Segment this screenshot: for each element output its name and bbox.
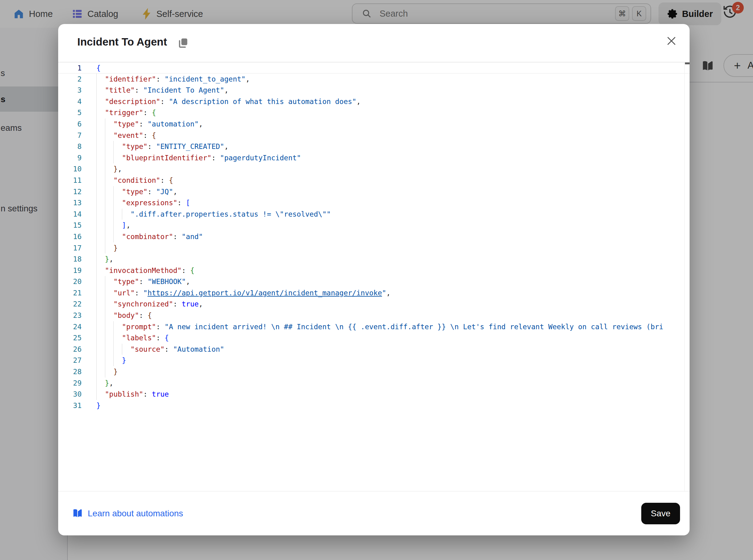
code-line-content: "type": "ENTITY_CREATED",: [96, 141, 690, 152]
indent-guide: [96, 163, 97, 175]
code-token: }: [105, 379, 109, 387]
code-line[interactable]: 5 "trigger": {: [58, 107, 690, 118]
code-token: "type": [122, 142, 148, 151]
close-icon[interactable]: [666, 36, 677, 46]
learn-about-automations-link[interactable]: Learn about automations: [72, 508, 183, 519]
indent-guide: [96, 332, 97, 344]
code-line[interactable]: 21 "url": "https://api.getport.io/v1/age…: [58, 287, 690, 299]
indent-guide: [96, 276, 97, 287]
indent-guide: [105, 276, 105, 287]
code-line[interactable]: 10 },: [58, 163, 690, 175]
code-line-content: "type": "WEBHOOK",: [96, 276, 690, 287]
code-line[interactable]: 24 "prompt": "A new incident arrived! \n…: [58, 321, 690, 333]
indent-guide: [96, 298, 97, 310]
code-token: :: [177, 199, 186, 207]
indent-guide: [105, 163, 105, 175]
book-icon: [72, 508, 83, 519]
code-token: :: [181, 266, 190, 275]
code-line[interactable]: 26 "source": "Automation": [58, 344, 690, 355]
code-token: {: [169, 176, 173, 184]
indent-guide: [122, 208, 122, 220]
code-line-content: "blueprintIdentifier": "pagerdutyInciden…: [96, 152, 690, 164]
code-url-link[interactable]: https://api.getport.io/v1/agent/incident…: [148, 289, 382, 297]
code-line-content: "identifier": "incident_to_agent",: [96, 74, 690, 85]
code-token: "event": [113, 132, 143, 139]
code-line-content: "combinator": "and": [96, 231, 690, 242]
code-line[interactable]: 29 },: [58, 378, 690, 389]
code-line[interactable]: 31}: [58, 400, 690, 412]
code-line[interactable]: 3 "title": "Incident To Agent",: [58, 85, 690, 96]
code-line[interactable]: 25 "labels": {: [58, 332, 690, 344]
modal-header: Incident To Agent: [58, 24, 690, 62]
indent-guide: [113, 186, 114, 198]
indent-guide: [105, 118, 105, 130]
code-line[interactable]: 11 "condition": {: [58, 175, 690, 186]
line-number: 14: [58, 208, 96, 220]
indent-guide: [96, 186, 97, 198]
code-line-content: }: [96, 400, 690, 412]
code-token: ,: [224, 86, 228, 94]
code-line[interactable]: 14 ".diff.after.properties.status != \"r…: [58, 208, 690, 220]
copy-icon[interactable]: [177, 37, 189, 49]
code-token: :: [173, 233, 181, 241]
code-token: "pagerdutyIncident": [220, 154, 301, 162]
code-line[interactable]: 12 "type": "JQ",: [58, 186, 690, 198]
indent-guide: [105, 242, 105, 254]
line-number: 2: [58, 74, 96, 85]
code-token: :: [212, 154, 220, 162]
code-token: :: [148, 142, 156, 151]
indent-guide: [96, 344, 97, 355]
code-line[interactable]: 9 "blueprintIdentifier": "pagerdutyIncid…: [58, 152, 690, 164]
indent-guide: [96, 74, 97, 85]
code-line[interactable]: 23 "body": {: [58, 310, 690, 321]
code-line[interactable]: 6 "type": "automation",: [58, 118, 690, 130]
code-token: ": [382, 289, 386, 297]
line-number: 31: [58, 400, 96, 412]
code-line[interactable]: 1{: [58, 62, 690, 74]
indent-guide: [96, 287, 97, 299]
code-token: "title": [105, 86, 135, 94]
code-token: }: [105, 255, 109, 263]
code-line[interactable]: 30 "publish": true: [58, 388, 690, 400]
indent-guide: [105, 366, 105, 378]
code-line[interactable]: 19 "invocationMethod": {: [58, 265, 690, 276]
code-line[interactable]: 4 "description": "A description of what …: [58, 96, 690, 107]
code-line-content: "condition": {: [96, 175, 690, 186]
code-token: :: [143, 390, 152, 398]
code-token: "body": [113, 312, 139, 319]
indent-guide: [105, 141, 105, 152]
code-line-content: }: [96, 355, 690, 366]
code-token: :: [135, 289, 143, 297]
indent-guide: [96, 388, 97, 400]
code-token: "type": [113, 278, 139, 285]
code-line[interactable]: 16 "combinator": "and": [58, 231, 690, 242]
code-token: "identifier": [105, 75, 156, 83]
code-line[interactable]: 27 }: [58, 355, 690, 366]
code-line-content: "trigger": {: [96, 107, 690, 118]
code-line[interactable]: 13 "expressions": [: [58, 197, 690, 208]
indent-guide: [105, 208, 105, 220]
indent-guide: [105, 332, 105, 344]
code-line[interactable]: 2 "identifier": "incident_to_agent",: [58, 74, 690, 85]
json-code-editor[interactable]: 1{2 "identifier": "incident_to_agent",3 …: [58, 62, 690, 491]
code-line[interactable]: 18 },: [58, 254, 690, 265]
line-number: 6: [58, 118, 96, 130]
code-line[interactable]: 17 }: [58, 242, 690, 254]
code-token: true: [152, 390, 169, 398]
code-line[interactable]: 15 ],: [58, 220, 690, 231]
code-line[interactable]: 7 "event": {: [58, 130, 690, 141]
save-button[interactable]: Save: [641, 503, 680, 524]
code-token: :: [143, 108, 152, 117]
code-token: ,: [109, 255, 114, 263]
code-line[interactable]: 22 "synchronized": true,: [58, 298, 690, 310]
code-line[interactable]: 20 "type": "WEBHOOK",: [58, 276, 690, 287]
code-line-content: "invocationMethod": {: [96, 265, 690, 276]
indent-guide: [113, 208, 114, 220]
code-line[interactable]: 28 }: [58, 366, 690, 378]
code-token: :: [156, 75, 165, 83]
code-line[interactable]: 8 "type": "ENTITY_CREATED",: [58, 141, 690, 152]
code-token: :: [143, 132, 152, 139]
code-token: "JQ": [156, 188, 173, 196]
indent-guide: [96, 152, 97, 164]
indent-guide: [113, 321, 114, 333]
